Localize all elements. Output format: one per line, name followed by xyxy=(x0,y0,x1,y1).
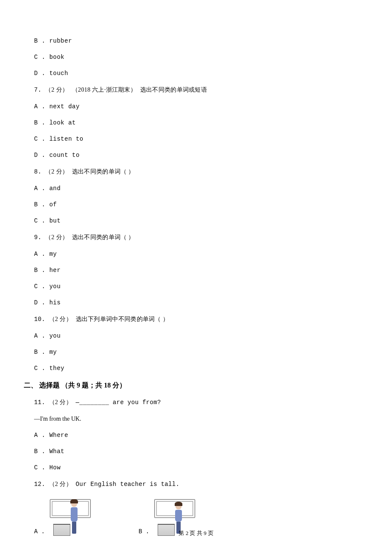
option-item: C . book xyxy=(34,54,358,61)
option-item: C . listen to xyxy=(34,136,358,142)
person-icon xyxy=(69,500,79,532)
option-item: B . her xyxy=(34,267,358,274)
option-item: D . touch xyxy=(34,70,358,77)
option-item: A . my xyxy=(34,251,358,257)
option-item: C . but xyxy=(34,217,358,224)
question-9: 9. （2 分） 选出不同类的单词（ ） xyxy=(34,234,358,241)
question-10: 10. （2 分） 选出下列单词中不同类的单词（ ） xyxy=(34,315,358,323)
question-11-answer: —I'm from the UK. xyxy=(34,416,358,422)
question-8: 8. （2 分） 选出不同类的单词（ ） xyxy=(34,168,358,176)
option-item: B . look at xyxy=(34,119,358,126)
option-item: A . and xyxy=(34,185,358,192)
section-2-heading: 二、 选择题 （共 9 题；共 18 分） xyxy=(24,381,358,390)
option-item: D . his xyxy=(34,299,358,306)
option-item: A . next day xyxy=(34,103,358,110)
option-item: A . Where xyxy=(34,432,358,439)
option-item: B . What xyxy=(34,448,358,455)
option-item: D . count to xyxy=(34,152,358,159)
question-12: 12. （2 分） Our English teacher is tall. xyxy=(34,480,358,488)
option-item: C . How xyxy=(34,464,358,471)
page-footer: 第 2 页 共 9 页 xyxy=(0,529,392,537)
question-11: 11. （2 分） —________ are you from? xyxy=(34,399,358,406)
option-item: C . you xyxy=(34,283,358,290)
option-item: A . you xyxy=(34,332,358,339)
option-item: C . they xyxy=(34,365,358,372)
option-item: B . my xyxy=(34,349,358,356)
option-item: B . rubber xyxy=(34,38,358,44)
question-7: 7. （2 分） （2018 六上·浙江期末） 选出不同类的单词或短语 xyxy=(34,86,358,94)
option-item: B . of xyxy=(34,201,358,208)
page-content: B . rubber C . book D . touch 7. （2 分） （… xyxy=(0,0,392,536)
